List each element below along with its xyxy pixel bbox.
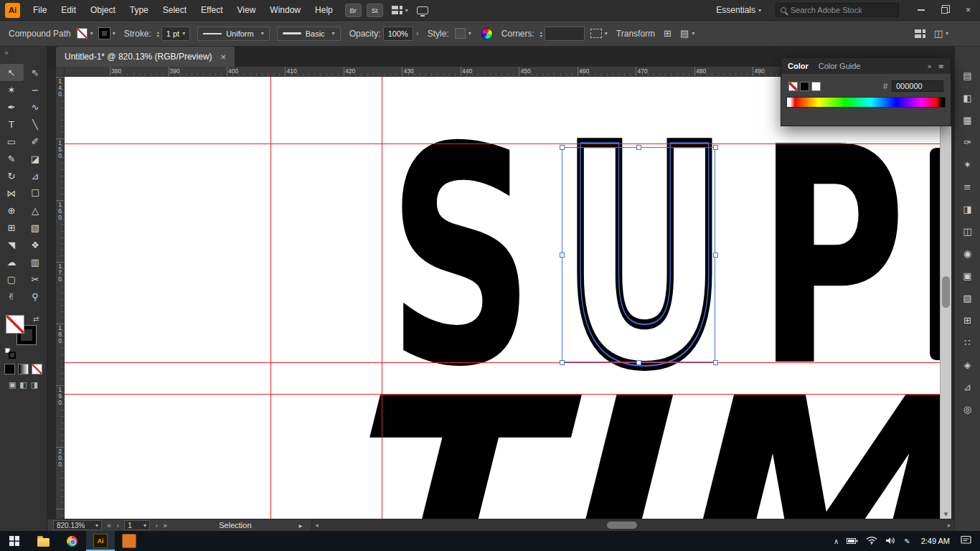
artboard-canvas[interactable]: S U U P TIM [65,77,940,519]
action-center-icon[interactable] [961,534,971,547]
pen-input-icon[interactable]: ✎ [904,537,910,545]
width-profile-dropdown[interactable]: Uniform ▾ [197,27,270,41]
bridge-button[interactable]: Br [345,4,362,17]
tool-hand[interactable]: ✌ [0,288,24,305]
volume-icon[interactable] [885,534,896,547]
menu-window[interactable]: Window [263,0,308,20]
dock-transparency[interactable]: ◫ [959,224,976,238]
swap-fill-stroke-icon[interactable]: ⇄ [33,315,39,323]
selection-handle[interactable] [713,360,718,365]
tab-color-guide[interactable]: Color Guide [819,62,861,70]
brush-dropdown[interactable]: Basic ▾ [277,27,341,41]
illustrator-taskbar-button[interactable]: Ai [86,531,115,551]
menu-object[interactable]: Object [83,0,123,20]
last-artboard-button[interactable]: » [163,522,167,529]
tool-scale[interactable]: ⊿ [24,167,47,184]
selection-handle[interactable] [636,360,641,365]
stroke-weight-field[interactable]: 1 pt ▾ [161,27,190,41]
align-objects-icon[interactable]: ⊞ [664,28,672,39]
corners-field[interactable] [545,27,585,41]
dock-symbols[interactable]: ✶ [959,157,976,171]
default-fill-stroke-icon[interactable] [5,348,10,353]
isolate-selection-widget[interactable]: ▾ [590,29,608,38]
menu-view[interactable]: View [230,0,263,20]
tool-direct-selection[interactable]: ⇖ [24,64,47,81]
battery-icon[interactable] [847,534,858,547]
tool-gradient[interactable]: ▧ [24,219,47,236]
stroke-weight-stepper[interactable]: ▴▾ [157,30,159,37]
hidden-icons-chevron[interactable]: ∧ [834,537,839,545]
recolor-artwork-icon[interactable] [481,28,493,39]
tool-curvature[interactable]: ∿ [24,98,47,116]
tool-shape-builder[interactable]: ⊕ [0,202,24,219]
dock-color-themes[interactable]: ◧ [959,90,976,105]
more-options-icon[interactable]: ▤ [680,28,689,39]
artboard-navigation-select[interactable]: 1 ▾ [124,520,150,530]
dock-appearance[interactable]: ◉ [959,246,976,260]
tool-type[interactable]: T [0,116,24,133]
draw-inside-icon[interactable]: ◨ [31,380,38,390]
tool-artboard[interactable]: ▢ [0,270,24,288]
gradient-mode-icon[interactable] [18,364,29,375]
selection-bbox[interactable] [562,147,715,362]
stroke-swatch-icon[interactable] [811,82,821,91]
tool-perspective-grid[interactable]: △ [24,202,47,219]
clock[interactable]: 2:49 AM [921,537,950,545]
tool-mesh[interactable]: ⊞ [0,219,24,236]
ruler-corner[interactable] [56,67,65,77]
dock-layers[interactable]: ▧ [959,291,976,305]
selection-handle[interactable] [560,145,565,150]
dock-toggle-icon[interactable]: ◫ [934,28,943,39]
tool-selection[interactable]: ↖ [0,64,24,81]
ruler-vertical[interactable]: 1 4 01 5 01 6 01 7 01 8 01 9 02 0 0 [56,77,65,519]
dock-graphic-styles[interactable]: ▣ [959,268,976,283]
tool-pen[interactable]: ✒ [0,98,24,116]
color-spectrum-bar[interactable] [786,97,946,108]
scroll-down-icon[interactable]: ▼ [941,509,951,519]
menu-effect[interactable]: Effect [194,0,230,20]
close-button[interactable]: × [956,0,980,21]
tool-slice[interactable]: ✂ [24,270,47,288]
transform-link[interactable]: Transform [616,29,655,39]
tool-magic-wand[interactable]: ✶ [0,81,24,98]
scroll-left-icon[interactable]: ◂ [312,519,322,531]
opacity-field[interactable]: 100% [383,27,413,41]
tool-rectangle[interactable]: ▭ [0,133,24,150]
selection-handle[interactable] [636,145,641,150]
dock-pathfinder[interactable]: ◈ [959,357,976,372]
first-artboard-button[interactable]: « [107,522,111,529]
selection-handle[interactable] [560,360,565,365]
tool-eyedropper[interactable]: ◥ [0,236,24,253]
fill-indicator-none-icon[interactable] [6,315,24,334]
tool-blend[interactable]: ❖ [24,236,47,253]
zoom-level-select[interactable]: 820.13% ▾ [53,520,102,530]
stroke-color-widget[interactable]: ▾ [99,28,116,39]
app-logo-icon[interactable]: Ai [5,3,20,18]
tool-line-segment[interactable]: ╲ [24,116,47,133]
workspace-switcher[interactable]: Essentials ▾ [716,5,761,15]
hex-input[interactable]: 000000 [892,80,943,92]
horizontal-scroll-thumb[interactable] [607,522,637,529]
dock-transform[interactable]: ⊿ [959,380,976,394]
dock-navigator[interactable]: ◎ [959,402,976,416]
corners-stepper[interactable]: ▴▾ [540,30,542,37]
tool-free-transform[interactable]: ☐ [24,184,47,202]
dock-align[interactable]: ∷ [959,335,976,349]
selection-handle[interactable] [713,253,718,258]
none-mode-icon[interactable] [32,364,42,375]
tool-pencil[interactable]: ✎ [0,150,24,167]
tool-eraser[interactable]: ◪ [24,150,47,167]
stock-button[interactable]: St [367,4,383,17]
dock-gradient[interactable]: ◨ [959,202,976,216]
vertical-scroll-thumb[interactable] [942,276,950,308]
dock-artboards[interactable]: ⊞ [959,313,976,327]
minimize-button[interactable] [909,0,933,21]
dock-swatches[interactable]: ▦ [959,113,976,127]
tool-zoom[interactable]: ⚲ [24,288,47,305]
menu-edit[interactable]: Edit [54,0,83,20]
tool-width[interactable]: ⋈ [0,184,24,202]
tool-lasso[interactable]: ∽ [24,81,47,98]
artwork-partial-letter[interactable] [930,148,940,360]
opacity-options-icon[interactable]: › [416,29,419,37]
fill-color-widget[interactable]: ▾ [77,28,93,39]
